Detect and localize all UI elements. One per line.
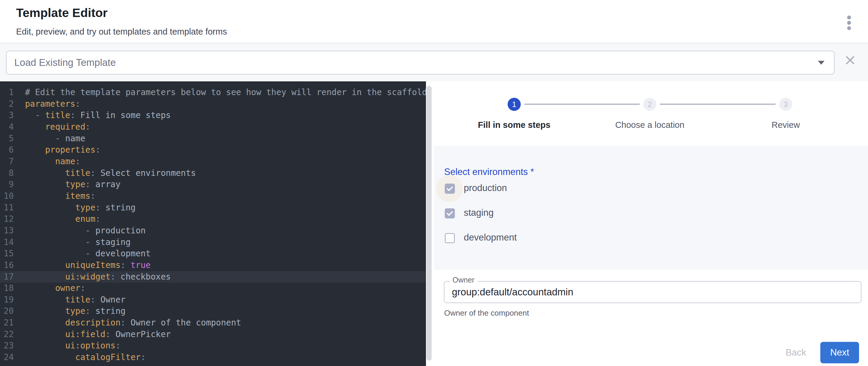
line-number: 1 (0, 87, 14, 98)
checkbox-staging[interactable] (445, 208, 455, 218)
owner-input-value[interactable]: group:default/accountadmin (452, 282, 573, 303)
line-number: 11 (0, 202, 14, 214)
code-text: - name (25, 133, 85, 143)
editor-scrollbar[interactable] (427, 86, 432, 361)
kebab-icon (847, 16, 851, 19)
checkbox-label-staging[interactable]: staging (464, 208, 494, 218)
code-line: 10 items: (0, 190, 426, 202)
group-label-text: Select environments (444, 166, 528, 177)
code-line: 13 - production (0, 225, 426, 237)
code-line: 21 description: Owner of the component (0, 317, 426, 329)
line-number: 5 (0, 133, 14, 145)
code-line: 9 type: array (0, 179, 426, 190)
code-line: 7 name: (0, 156, 426, 167)
code-line: 23 ui:options: (0, 340, 426, 352)
caret-down-icon (818, 61, 825, 65)
kebab-icon (847, 26, 851, 30)
code-text: owner: (25, 283, 85, 293)
line-number: 16 (0, 260, 14, 271)
code-line: 17 ui:widget: checkboxes (0, 271, 426, 283)
code-text: # Edit the template parameters below to … (25, 87, 426, 97)
line-number: 14 (0, 237, 14, 248)
code-editor[interactable]: 1# Edit the template parameters below to… (0, 81, 426, 366)
line-number: 24 (0, 352, 14, 363)
code-text: title: Select environments (25, 168, 196, 178)
code-text: type: string (25, 306, 125, 316)
step-label-3: Review (771, 120, 800, 130)
code-lines: 1# Edit the template parameters below to… (0, 81, 426, 363)
line-number: 7 (0, 156, 14, 167)
code-line: 12 enum: (0, 213, 426, 225)
line-number: 9 (0, 179, 14, 190)
code-text: properties: (25, 145, 100, 155)
more-options-button[interactable] (842, 13, 856, 32)
code-text: type: string (25, 203, 135, 213)
line-number: 23 (0, 340, 14, 352)
back-button[interactable]: Back (775, 342, 817, 363)
step-connector (660, 104, 776, 104)
kebab-icon (847, 21, 851, 25)
code-text: catalogFilter: (25, 352, 146, 362)
line-number: 12 (0, 213, 14, 225)
line-number: 18 (0, 282, 14, 294)
line-number: 4 (0, 121, 14, 133)
step-connector (524, 104, 640, 104)
checkbox-development[interactable] (445, 233, 455, 243)
line-number: 17 (0, 271, 14, 283)
close-icon (844, 54, 856, 66)
step-label-2: Choose a location (615, 120, 684, 130)
code-line: 6 properties: (0, 144, 426, 156)
checkbox-production[interactable] (445, 184, 455, 194)
line-number: 20 (0, 305, 14, 317)
line-number: 3 (0, 110, 14, 121)
owner-helper-text: Owner of the component (444, 308, 529, 318)
code-text: ui:options: (25, 341, 120, 350)
close-button[interactable] (843, 54, 857, 67)
code-text: required: (25, 122, 90, 132)
line-number: 2 (0, 98, 14, 110)
owner-field-label: Owner (450, 276, 477, 284)
load-template-select[interactable]: Load Existing Template (6, 51, 835, 74)
load-template-placeholder: Load Existing Template (14, 51, 116, 74)
code-line: 2parameters: (0, 98, 426, 110)
next-button[interactable]: Next (820, 342, 859, 363)
code-text: - development (25, 249, 151, 258)
code-text: uniqueItems: true (25, 260, 151, 270)
code-text: description: Owner of the component (25, 318, 241, 328)
line-number: 13 (0, 225, 14, 237)
check-icon (445, 184, 454, 193)
line-number: 8 (0, 167, 14, 179)
code-text: - title: Fill in some steps (25, 110, 171, 120)
environments-group-label: Select environments * (444, 166, 534, 177)
checkbox-label-development[interactable]: development (464, 232, 517, 243)
checkbox-row-development: development (434, 233, 868, 243)
code-line: 5 - name (0, 133, 426, 145)
code-text: ui:widget: checkboxes (25, 272, 171, 282)
line-number: 22 (0, 329, 14, 340)
code-line: 18 owner: (0, 282, 426, 294)
page-title: Template Editor (16, 6, 107, 20)
step-circle-1: 1 (507, 98, 521, 111)
code-text: type: array (25, 179, 120, 189)
line-number: 21 (0, 317, 14, 329)
code-line: 4 required: (0, 121, 426, 133)
checkbox-label-production[interactable]: production (464, 183, 507, 193)
code-text: enum: (25, 214, 100, 224)
page-subtitle: Edit, preview, and try out templates and… (16, 27, 227, 37)
code-text: - production (25, 225, 146, 236)
line-number: 10 (0, 190, 14, 202)
code-line: 3 - title: Fill in some steps (0, 110, 426, 121)
line-number: 19 (0, 294, 14, 306)
required-asterisk: * (531, 166, 534, 177)
code-line: 14 - staging (0, 237, 426, 248)
step-circle-3: 3 (779, 98, 792, 111)
code-line: 15 - development (0, 248, 426, 260)
page-header: Template Editor Edit, preview, and try o… (0, 0, 868, 43)
code-text: parameters: (25, 99, 80, 109)
code-line: 20 type: string (0, 305, 426, 317)
environments-section: Select environments * productionstagingd… (434, 146, 868, 270)
code-line: 11 type: string (0, 202, 426, 214)
code-text: - staging (25, 237, 130, 247)
owner-field[interactable]: group:default/accountadmin (444, 281, 862, 303)
code-line: 24 catalogFilter: (0, 352, 426, 363)
